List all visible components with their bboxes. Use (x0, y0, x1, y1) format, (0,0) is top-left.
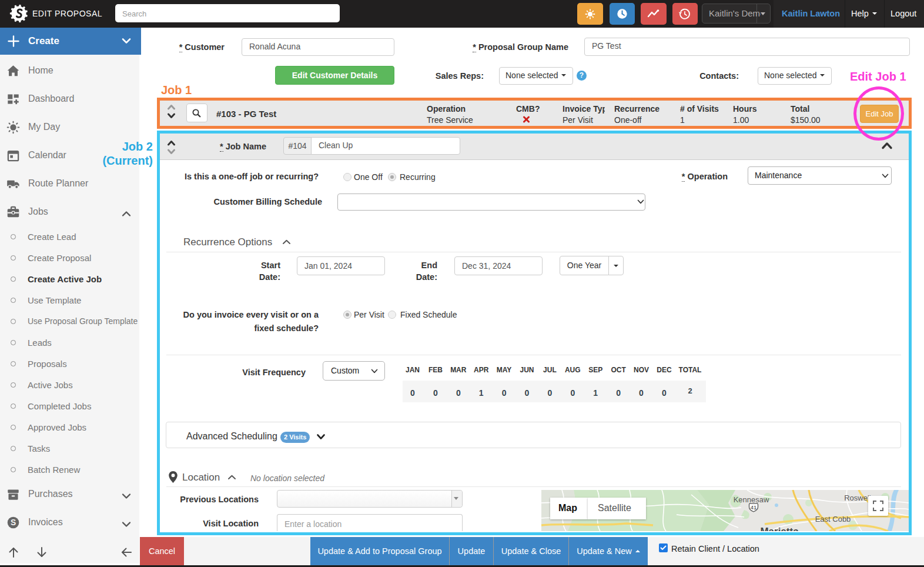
svg-text:41: 41 (751, 504, 757, 511)
svg-text:Marietta: Marietta (760, 526, 799, 531)
svg-text:S: S (11, 518, 16, 527)
svg-text:Roswell: Roswell (844, 493, 871, 502)
svg-text:East Cobb: East Cobb (815, 515, 851, 523)
svg-text:Kennesaw: Kennesaw (734, 495, 769, 504)
